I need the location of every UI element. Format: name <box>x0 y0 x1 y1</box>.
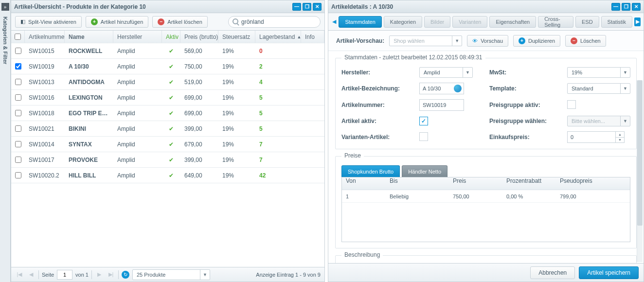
row-checkbox[interactable] <box>15 157 21 163</box>
check-icon: ✔ <box>169 141 174 148</box>
price-tab-brutto[interactable]: Shopkunden Brutto <box>341 165 400 177</box>
mwst-combo[interactable]: 19%▼ <box>567 67 630 78</box>
col-aktiv[interactable]: Aktiv <box>162 31 180 43</box>
article-detail-window: Artikeldetails : A 10/30 — ❐ ✕ ◀ Stammda… <box>328 0 644 282</box>
tab-kategorien[interactable]: Kategorien <box>384 16 422 28</box>
tab-scroll-right[interactable]: ▶ <box>634 18 641 26</box>
row-checkbox[interactable] <box>15 125 21 132</box>
page-input[interactable] <box>57 270 72 280</box>
window-title: Artikel-Übersicht - Produkte in der Kate… <box>14 3 292 10</box>
delete-button[interactable]: – Löschen <box>565 35 606 47</box>
spinner-up[interactable]: ▲ <box>616 132 624 138</box>
shop-select[interactable]: Shop wählen ▼ <box>389 35 462 46</box>
preisgruppe-combo[interactable]: Bitte wählen...▼ <box>567 116 630 126</box>
table-row[interactable]: SW10019A 10/30Amplid✔750,0019%2 <box>11 59 324 74</box>
duplicate-button[interactable]: + Duplizieren <box>513 35 560 47</box>
row-checkbox[interactable] <box>15 172 21 178</box>
delete-article-button[interactable]: – Artikel löschen <box>152 16 208 28</box>
grid-header: Artikelnummer Name Hersteller Aktiv Prei… <box>11 31 324 43</box>
table-row[interactable]: SW10020.2HILL BILLAmplid✔649,0019%42 <box>11 168 324 183</box>
col-artikelnummer[interactable]: Artikelnummer <box>25 31 65 43</box>
add-article-button[interactable]: + Artikel hinzufügen <box>86 16 148 28</box>
globe-icon[interactable] <box>454 85 462 92</box>
pager-status: Anzeige Eintrag 1 - 9 von 9 <box>256 272 321 278</box>
col-preis[interactable]: Preis (brutto) <box>180 31 218 43</box>
select-all-checkbox[interactable] <box>15 34 21 40</box>
preview-bar: Artikel-Vorschau: Shop wählen ▼ 👁 Vorsch… <box>328 31 644 51</box>
save-button[interactable]: Artikel speichern <box>579 266 639 279</box>
pager-next[interactable]: ▶ <box>95 270 104 279</box>
tab-crossselling[interactable]: Cross-Selling <box>538 16 573 28</box>
row-checkbox[interactable] <box>15 94 21 101</box>
close-button[interactable]: ✕ <box>313 3 322 11</box>
row-checkbox[interactable] <box>15 141 21 147</box>
pager-last[interactable]: ▶| <box>107 270 115 279</box>
minus-icon: – <box>158 18 164 25</box>
check-icon: ✔ <box>169 110 174 117</box>
price-tab-netto[interactable]: Händler Netto <box>402 165 447 177</box>
refresh-button[interactable]: ↻ <box>122 271 129 279</box>
sidebar-expand-button[interactable]: » <box>1 3 9 11</box>
row-checkbox[interactable] <box>15 79 21 85</box>
maximize-button[interactable]: ❐ <box>622 3 630 11</box>
perpage-combo[interactable]: 25 Produkte ▼ <box>132 269 210 280</box>
tab-esd[interactable]: ESD <box>575 16 599 28</box>
pager-prev[interactable]: ◀ <box>27 270 36 279</box>
check-icon: ✔ <box>169 157 174 163</box>
beschreibung-fieldset: Beschreibung <box>335 255 637 263</box>
table-row[interactable]: SW10013ANTIDOGMAAmplid✔519,0019%4 <box>11 74 324 90</box>
spinner-down[interactable]: ▼ <box>616 138 624 143</box>
tab-statistik[interactable]: Statistik <box>601 16 633 28</box>
table-row[interactable]: SW10014SYNTAXAmplid✔679,0019%7 <box>11 137 324 152</box>
hersteller-combo[interactable]: Amplid▼ <box>419 67 473 78</box>
overview-toolbar: ◧ Split-View aktivieren + Artikel hinzuf… <box>11 13 324 31</box>
chevron-down-icon: ▼ <box>200 270 210 280</box>
search-icon <box>233 18 238 24</box>
table-row[interactable]: SW10015ROCKWELLAmplid✔569,0019%0 <box>11 43 324 59</box>
table-row[interactable]: SW10016LEXINGTONAmplid✔699,0019%5 <box>11 90 324 106</box>
preview-button[interactable]: 👁 Vorschau <box>467 35 508 47</box>
varianten-checkbox[interactable] <box>419 132 428 141</box>
table-row[interactable]: SW10021BIKINIAmplid✔399,0019%5 <box>11 121 324 137</box>
col-steuersatz[interactable]: Steuersatz <box>218 31 255 43</box>
table-row[interactable]: SW10017PROVOKEAmplid✔399,0019%7 <box>11 152 324 168</box>
tab-varianten[interactable]: Varianten <box>452 16 487 28</box>
col-info[interactable]: Info <box>301 31 324 43</box>
check-icon: ✔ <box>169 125 174 132</box>
scrollbar[interactable] <box>637 80 643 262</box>
check-icon: ✔ <box>169 94 174 101</box>
search-field[interactable] <box>228 16 321 28</box>
tab-stammdaten[interactable]: Stammdaten <box>339 16 381 28</box>
row-checkbox[interactable] <box>15 110 21 116</box>
window-title: Artikeldetails : A 10/30 <box>331 3 611 10</box>
maximize-button[interactable]: ❐ <box>303 3 311 11</box>
table-row[interactable]: SW10018EGO TRIP EVO...Amplid✔699,0019%5 <box>11 106 324 121</box>
row-checkbox[interactable] <box>15 63 21 70</box>
price-row[interactable]: 1 Beliebig 750,00 0,00 % 799,00 <box>342 190 630 203</box>
col-name[interactable]: Name <box>65 31 113 43</box>
preisgruppe-aktiv-checkbox[interactable] <box>567 100 576 109</box>
preise-legend: Preise <box>341 152 364 159</box>
price-grid: Von Bis Preis Prozentrabatt Pseudopreis … <box>341 177 630 242</box>
cancel-button[interactable]: Abbrechen <box>530 266 575 279</box>
tab-bilder[interactable]: Bilder <box>424 16 450 28</box>
row-checkbox[interactable] <box>15 48 21 54</box>
close-button[interactable]: ✕ <box>632 3 641 11</box>
pager-first[interactable]: |◀ <box>15 270 24 279</box>
search-input[interactable] <box>241 18 315 25</box>
col-lagerbestand[interactable]: Lagerbestand ▲ <box>255 31 301 43</box>
tab-scroll-left[interactable]: ◀ <box>331 18 337 25</box>
plus-icon: + <box>519 37 525 44</box>
minus-icon: – <box>571 37 577 44</box>
splitview-button[interactable]: ◧ Split-View aktivieren <box>15 16 82 28</box>
template-combo[interactable]: Standard▼ <box>567 83 630 94</box>
artikelnummer-input[interactable]: SW10019 <box>419 99 464 111</box>
artikel-aktiv-checkbox[interactable]: ✓ <box>419 117 428 125</box>
einkaufspreis-spinner[interactable]: 0 ▲▼ <box>567 131 625 143</box>
minimize-button[interactable]: — <box>611 3 620 11</box>
tab-eigenschaften[interactable]: Eigenschaften <box>489 16 536 28</box>
col-hersteller[interactable]: Hersteller <box>113 31 162 43</box>
bezeichnung-input[interactable]: A 10/30 <box>419 83 464 94</box>
minimize-button[interactable]: — <box>292 3 301 11</box>
titlebar: Artikel-Übersicht - Produkte in der Kate… <box>11 0 324 13</box>
